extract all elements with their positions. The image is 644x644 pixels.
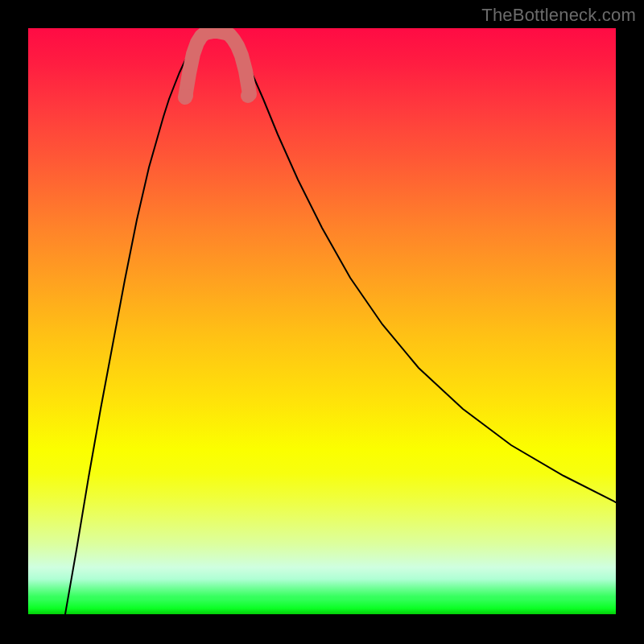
curve-right-branch: [237, 47, 616, 502]
plot-area: [28, 28, 616, 614]
salmon-marker-dot: [179, 89, 193, 103]
curve-left-branch: [65, 47, 197, 614]
curve-layer: [28, 28, 616, 614]
salmon-marker-dots: [179, 89, 255, 103]
salmon-marker-dot: [241, 89, 255, 103]
salmon-marker-curve: [185, 31, 250, 97]
watermark-text: TheBottleneck.com: [481, 5, 636, 26]
chart-frame: TheBottleneck.com: [0, 0, 644, 644]
